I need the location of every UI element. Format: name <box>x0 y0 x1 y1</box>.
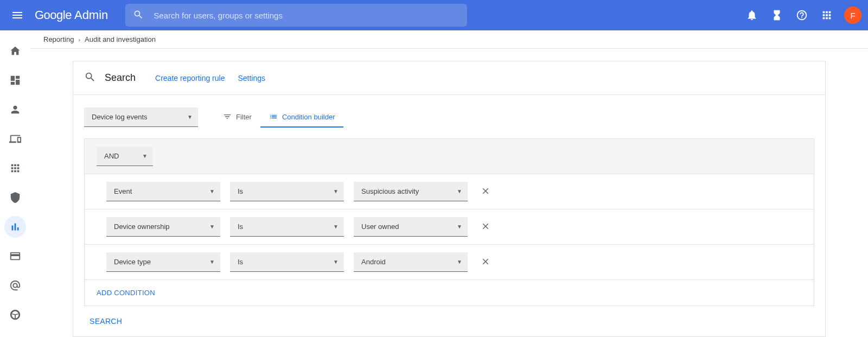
tab-condition-builder[interactable]: Condition builder <box>260 107 344 128</box>
tabs: Filter Condition builder <box>214 107 343 128</box>
header-actions: F <box>741 4 861 26</box>
person-icon <box>9 104 21 116</box>
create-reporting-rule-link[interactable]: Create reporting rule <box>155 74 225 82</box>
chevron-down-icon: ▼ <box>187 114 193 120</box>
chevron-right-icon: › <box>78 36 80 43</box>
logo-google: Google <box>35 8 72 22</box>
nav-billing[interactable] <box>4 245 26 267</box>
chevron-down-icon: ▼ <box>209 188 215 194</box>
apps-icon <box>9 162 21 174</box>
home-icon <box>9 45 21 57</box>
card-title: Search <box>105 72 136 84</box>
match-value: Is <box>238 187 243 195</box>
value-dropdown[interactable]: Suspicious activity ▼ <box>354 182 468 201</box>
global-search[interactable] <box>125 4 467 27</box>
logical-operator-dropdown[interactable]: AND ▼ <box>97 147 153 166</box>
condition-block: AND ▼ Event ▼ Is ▼ <box>84 138 814 306</box>
chevron-down-icon: ▼ <box>209 224 215 230</box>
close-icon <box>481 257 490 266</box>
tab-filter[interactable]: Filter <box>214 107 260 128</box>
value-value: User owned <box>361 222 399 231</box>
chevron-down-icon: ▼ <box>457 224 462 230</box>
hamburger-menu-icon[interactable] <box>7 4 28 26</box>
match-dropdown[interactable]: Is ▼ <box>230 252 344 272</box>
operator-value: AND <box>104 152 119 160</box>
close-icon <box>481 221 490 231</box>
add-condition-button[interactable]: ADD CONDITION <box>85 280 814 306</box>
field-dropdown[interactable]: Event ▼ <box>106 182 220 201</box>
chevron-down-icon: ▼ <box>333 259 339 265</box>
notifications-icon[interactable] <box>741 4 763 26</box>
data-source-dropdown[interactable]: Device log events ▼ <box>84 107 198 127</box>
nav-dashboard[interactable] <box>4 69 26 91</box>
match-value: Is <box>238 258 243 266</box>
steering-icon <box>9 309 21 321</box>
nav-account[interactable] <box>4 275 26 296</box>
account-avatar[interactable]: F <box>844 7 861 24</box>
list-icon <box>269 112 278 121</box>
chevron-down-icon: ▼ <box>457 259 462 265</box>
search-card: Search Create reporting rule Settings De… <box>73 61 826 337</box>
breadcrumb-current: Audit and investigation <box>85 35 156 43</box>
value-dropdown[interactable]: User owned ▼ <box>354 217 468 237</box>
value-value: Android <box>361 258 386 266</box>
tab-builder-label: Condition builder <box>282 113 335 121</box>
nav-apps[interactable] <box>4 157 26 179</box>
settings-link[interactable]: Settings <box>238 74 265 82</box>
nav-rules[interactable] <box>4 304 26 326</box>
left-nav <box>0 30 30 337</box>
value-dropdown[interactable]: Android ▼ <box>354 252 468 272</box>
field-dropdown[interactable]: Device ownership ▼ <box>106 217 220 237</box>
chevron-down-icon: ▼ <box>333 224 339 230</box>
tab-filter-label: Filter <box>236 113 252 121</box>
credit-card-icon <box>9 250 21 262</box>
nav-home[interactable] <box>4 40 26 62</box>
apps-grid-icon[interactable] <box>816 4 838 26</box>
chevron-down-icon: ▼ <box>333 188 339 194</box>
breadcrumb: Reporting › Audit and investigation <box>30 30 868 49</box>
at-icon <box>9 279 21 291</box>
nav-security[interactable] <box>4 187 26 208</box>
help-icon[interactable] <box>791 4 813 26</box>
search-icon <box>133 9 144 22</box>
filter-icon <box>223 112 232 121</box>
chevron-down-icon: ▼ <box>142 153 148 159</box>
card-header: Search Create reporting rule Settings <box>73 61 825 95</box>
field-value: Device ownership <box>114 222 170 231</box>
data-source-value: Device log events <box>92 113 148 121</box>
condition-row: Event ▼ Is ▼ Suspicious activity ▼ <box>85 174 814 209</box>
chevron-down-icon: ▼ <box>209 259 215 265</box>
chevron-down-icon: ▼ <box>457 188 462 194</box>
global-search-input[interactable] <box>154 11 459 20</box>
match-dropdown[interactable]: Is ▼ <box>230 217 344 237</box>
google-admin-logo[interactable]: Google Admin <box>35 8 108 22</box>
shield-icon <box>9 192 21 204</box>
remove-condition-button[interactable] <box>477 218 494 236</box>
condition-row: Device ownership ▼ Is ▼ User owned ▼ <box>85 209 814 245</box>
hourglass-icon[interactable] <box>766 4 788 26</box>
match-dropdown[interactable]: Is ▼ <box>230 182 344 201</box>
bar-chart-icon <box>9 221 21 233</box>
dashboard-icon <box>9 74 21 86</box>
logo-admin: Admin <box>74 8 108 22</box>
value-value: Suspicious activity <box>361 187 419 195</box>
nav-users[interactable] <box>4 99 26 120</box>
search-icon <box>84 71 96 85</box>
close-icon <box>481 186 490 196</box>
top-header: Google Admin F <box>0 0 868 30</box>
condition-row: Device type ▼ Is ▼ Android ▼ <box>85 245 814 280</box>
nav-reporting[interactable] <box>4 216 26 238</box>
field-value: Event <box>114 187 132 195</box>
breadcrumb-root[interactable]: Reporting <box>43 35 74 43</box>
search-button[interactable]: SEARCH <box>84 306 814 336</box>
remove-condition-button[interactable] <box>477 253 494 271</box>
match-value: Is <box>238 222 243 231</box>
remove-condition-button[interactable] <box>477 183 494 201</box>
field-dropdown[interactable]: Device type ▼ <box>106 252 220 272</box>
devices-icon <box>9 133 21 145</box>
field-value: Device type <box>114 258 151 266</box>
nav-devices[interactable] <box>4 128 26 150</box>
